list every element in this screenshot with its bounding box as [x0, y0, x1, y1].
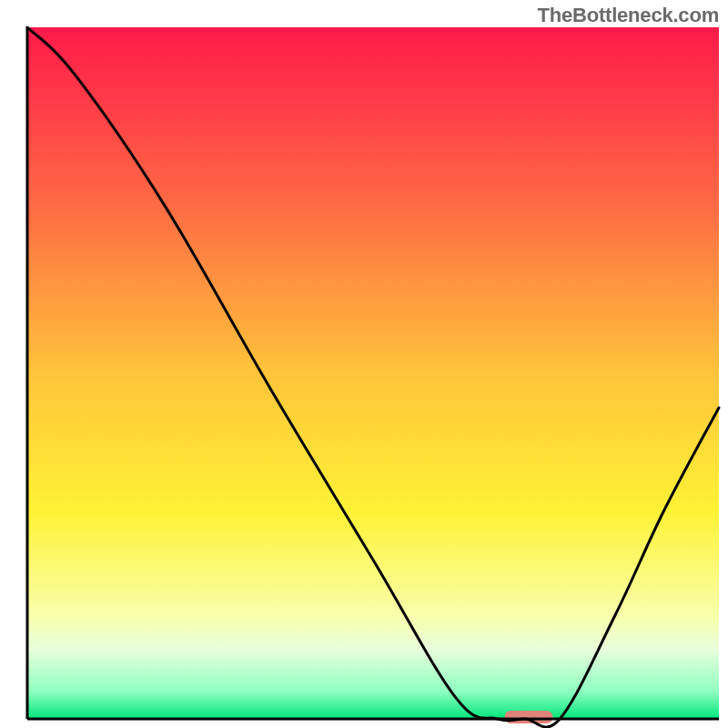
watermark-text: TheBottleneck.com: [537, 4, 719, 27]
chart-frame: TheBottleneck.com: [0, 0, 728, 728]
bottleneck-chart: [0, 0, 728, 728]
